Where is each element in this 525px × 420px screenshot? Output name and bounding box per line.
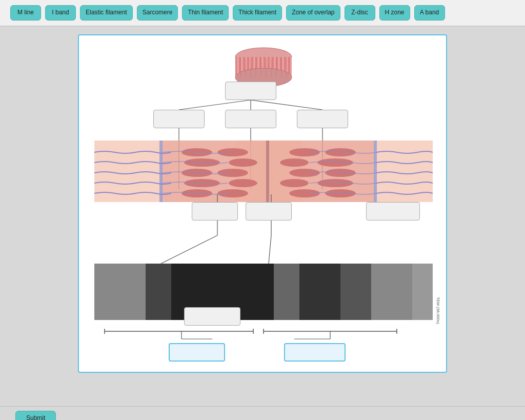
svg-rect-25 xyxy=(161,141,374,202)
box-mid[interactable] xyxy=(225,110,276,128)
svg-line-79 xyxy=(269,235,271,264)
svg-point-2 xyxy=(235,48,292,66)
toolbar: M line I band Elastic filament Sarcomere… xyxy=(0,0,525,27)
svg-point-40 xyxy=(289,169,320,177)
svg-point-30 xyxy=(181,148,212,156)
svg-line-19 xyxy=(251,100,322,110)
svg-point-48 xyxy=(289,189,320,197)
svg-point-49 xyxy=(325,189,356,197)
btn-i-band[interactable]: I band xyxy=(45,5,76,21)
box-btm-left[interactable] xyxy=(169,343,225,362)
svg-point-39 xyxy=(217,169,248,177)
bottom-bar: Submit xyxy=(0,406,525,420)
svg-rect-58 xyxy=(274,264,299,320)
svg-point-41 xyxy=(325,169,356,177)
svg-point-32 xyxy=(289,148,320,156)
btn-h-zone[interactable]: H zone xyxy=(379,5,410,21)
svg-line-17 xyxy=(179,100,251,110)
svg-rect-60 xyxy=(340,264,371,320)
box-bottom-mid[interactable] xyxy=(184,307,240,326)
btn-z-disc[interactable]: Z-disc xyxy=(345,5,375,21)
svg-point-36 xyxy=(280,158,309,167)
diagram-container: TEM (38,000x) xyxy=(78,34,447,373)
box-right[interactable] xyxy=(297,110,348,128)
svg-line-77 xyxy=(161,235,217,264)
svg-rect-29 xyxy=(374,141,377,202)
box-top[interactable] xyxy=(225,82,276,100)
tem-label: TEM (38,000x) xyxy=(436,297,440,324)
svg-point-45 xyxy=(317,179,353,187)
btn-thick-filament[interactable]: Thick filament xyxy=(233,5,282,21)
btn-thin-filament[interactable]: Thin filament xyxy=(182,5,229,21)
box-lower-mid[interactable] xyxy=(246,202,292,221)
svg-rect-27 xyxy=(266,141,269,202)
svg-rect-54 xyxy=(94,264,433,320)
svg-rect-24 xyxy=(374,141,433,202)
svg-rect-56 xyxy=(146,264,171,320)
svg-rect-55 xyxy=(94,264,146,320)
btn-sarcomere[interactable]: Sarcomere xyxy=(137,5,178,21)
box-btm-right[interactable] xyxy=(284,343,346,362)
svg-point-42 xyxy=(184,179,220,187)
svg-point-38 xyxy=(181,169,212,177)
svg-rect-59 xyxy=(299,264,340,320)
svg-point-35 xyxy=(229,158,257,167)
svg-point-46 xyxy=(181,189,212,197)
btn-zone-of-overlap[interactable]: Zone of overlap xyxy=(286,5,340,21)
svg-point-37 xyxy=(317,158,353,167)
submit-button[interactable]: Submit xyxy=(15,411,56,420)
box-lower-right[interactable] xyxy=(366,202,420,221)
svg-point-31 xyxy=(217,148,248,156)
svg-point-44 xyxy=(280,179,309,187)
svg-rect-62 xyxy=(412,264,433,320)
btn-a-band[interactable]: A band xyxy=(414,5,445,21)
btn-elastic-filament[interactable]: Elastic filament xyxy=(80,5,133,21)
svg-rect-3 xyxy=(235,57,292,77)
svg-point-43 xyxy=(229,179,257,187)
box-left[interactable] xyxy=(153,110,205,128)
svg-point-47 xyxy=(217,189,248,197)
svg-rect-23 xyxy=(94,141,161,202)
svg-point-34 xyxy=(184,158,220,167)
svg-rect-63 xyxy=(94,264,433,320)
svg-rect-28 xyxy=(159,141,163,202)
svg-rect-61 xyxy=(371,264,412,320)
svg-point-33 xyxy=(325,148,356,156)
btn-m-line[interactable]: M line xyxy=(10,5,41,21)
svg-rect-26 xyxy=(235,141,302,202)
box-lower-left[interactable] xyxy=(192,202,238,221)
main-content: TEM (38,000x) xyxy=(0,27,525,406)
